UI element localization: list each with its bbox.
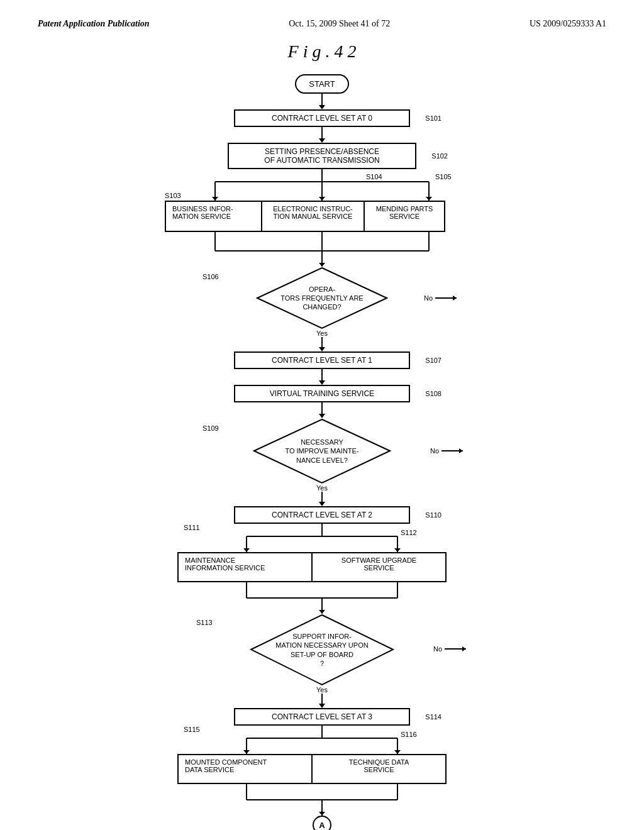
arrow-4: [319, 402, 325, 418]
s111-step: S111: [184, 524, 200, 531]
start-shape: START: [295, 74, 348, 94]
svg-marker-41: [243, 750, 250, 754]
s102-label: SETTING PRESENCE/ABSENCEOF AUTOMATIC TRA…: [264, 147, 379, 165]
connector-a: A: [313, 816, 331, 830]
s101-row: CONTRACT LEVEL SET AT 0 S101: [121, 109, 523, 127]
s109-label: NECESSARYTO IMPROVE MAINTE-NANCE LEVEL?: [285, 438, 358, 465]
s105-label: MENDING PARTSSERVICE: [376, 205, 433, 220]
no-label-2: No: [430, 447, 439, 455]
s107-box: CONTRACT LEVEL SET AT 1: [234, 351, 410, 369]
s109-step: S109: [203, 424, 219, 432]
s101-container: CONTRACT LEVEL SET AT 0 S101: [234, 109, 410, 127]
s108-container: VIRTUAL TRAINING SERVICE S108: [234, 385, 410, 402]
s115-label: MOUNTED COMPONENTDATA SERVICE: [185, 758, 267, 773]
s112-label: SOFTWARE UPGRADESERVICE: [341, 556, 416, 572]
header-left: Patent Application Publication: [38, 19, 150, 29]
s115-box: MOUNTED COMPONENTDATA SERVICE: [177, 754, 313, 784]
s108-step: S108: [425, 390, 441, 397]
s115-step: S115: [184, 726, 200, 733]
svg-marker-26: [243, 548, 250, 552]
s107-step: S107: [425, 357, 441, 364]
s102-container: SETTING PRESENCE/ABSENCEOF AUTOMATIC TRA…: [228, 143, 416, 169]
arrow-3: [319, 369, 325, 385]
s101-box: CONTRACT LEVEL SET AT 0: [234, 109, 410, 127]
s103-label: BUSINESS INFOR-MATION SERVICE: [172, 205, 233, 220]
svg-text:S116: S116: [401, 731, 417, 738]
s106-no: No: [424, 294, 460, 302]
header-center: Oct. 15, 2009 Sheet 41 of 72: [289, 19, 390, 29]
svg-marker-36: [462, 646, 466, 651]
s113-label: SUPPORT INFOR-MATION NECESSARY UPONSET-U…: [275, 632, 368, 668]
page-header: Patent Application Publication Oct. 15, …: [38, 19, 606, 29]
s107-container: CONTRACT LEVEL SET AT 1 S107: [234, 351, 410, 369]
connector-a-label: A: [319, 821, 325, 830]
yes-arrow-2: Yes: [316, 484, 328, 506]
s114-box: CONTRACT LEVEL SET AT 3: [234, 708, 410, 726]
arrow-1: [319, 94, 325, 109]
s102-step: S102: [431, 152, 448, 160]
svg-marker-48: [319, 812, 325, 816]
s110-label: CONTRACT LEVEL SET AT 2: [272, 511, 372, 519]
s111-label: MAINTENANCEINFORMATION SERVICE: [185, 556, 265, 572]
three-boxes-row: S103 BUSINESS INFOR-MATION SERVICE ELECT…: [165, 201, 479, 232]
s103-step: S103: [165, 192, 181, 199]
merge-connector-3: [177, 784, 467, 816]
s108-box: VIRTUAL TRAINING SERVICE: [234, 385, 410, 402]
s104-label: ELECTRONIC INSTRUC-TION MANUAL SERVICE: [273, 205, 353, 220]
yes-label-2: Yes: [316, 484, 328, 492]
s113-row: S113 SUPPORT INFOR-MATION NECESSARY UPON…: [165, 614, 479, 686]
svg-text:S104: S104: [366, 173, 382, 180]
s112-box: SOFTWARE UPGRADESERVICE: [311, 552, 447, 582]
s102-row: SETTING PRESENCE/ABSENCEOF AUTOMATIC TRA…: [121, 143, 523, 169]
yes-label-3: Yes: [316, 686, 328, 694]
s109-row: S109 NECESSARYTO IMPROVE MAINTE-NANCE LE…: [165, 418, 479, 484]
s116-box: TECHNIQUE DATASERVICE: [311, 754, 447, 784]
s103-box: BUSINESS INFOR-MATION SERVICE: [165, 201, 262, 232]
svg-marker-27: [394, 548, 401, 552]
svg-marker-42: [394, 750, 401, 754]
page: Patent Application Publication Oct. 15, …: [0, 0, 644, 830]
s110-box: CONTRACT LEVEL SET AT 2: [234, 506, 410, 524]
s113-diamond: SUPPORT INFOR-MATION NECESSARY UPONSET-U…: [250, 614, 394, 686]
svg-marker-21: [459, 448, 463, 453]
s106-diamond: OPERA-TORS FREQUENTLY ARECHANGED?: [256, 267, 388, 329]
s109-diamond: NECESSARYTO IMPROVE MAINTE-NANCE LEVEL?: [253, 418, 391, 484]
s105-box: MENDING PARTSSERVICE: [364, 201, 445, 232]
svg-marker-18: [453, 296, 457, 301]
yes-label-1: Yes: [316, 329, 328, 337]
s106-step: S106: [203, 273, 219, 280]
svg-text:S112: S112: [401, 529, 417, 536]
flowchart: START CONTRACT LEVEL SET AT 0 S101: [121, 74, 523, 830]
s104-box: ELECTRONIC INSTRUC-TION MANUAL SERVICE: [261, 201, 365, 232]
branch-connector-1: S104 S105: [165, 169, 479, 201]
arrow-2: [319, 127, 325, 143]
s113-step: S113: [196, 619, 213, 626]
header-right: US 2009/0259333 A1: [530, 19, 606, 29]
start-node: START: [295, 74, 348, 94]
s114-label: CONTRACT LEVEL SET AT 3: [272, 712, 372, 721]
s106-label: OPERA-TORS FREQUENTLY ARECHANGED?: [280, 285, 363, 312]
two-boxes-row-1: MAINTENANCEINFORMATION SERVICE SOFTWARE …: [177, 552, 467, 582]
yes-arrow-1: Yes: [316, 329, 328, 351]
start-label: START: [309, 79, 335, 89]
svg-marker-6: [319, 197, 325, 201]
no-label-1: No: [424, 294, 433, 302]
merge-connector-2: [177, 582, 467, 614]
s108-label: VIRTUAL TRAINING SERVICE: [270, 389, 374, 398]
s114-container: CONTRACT LEVEL SET AT 3 S114: [234, 708, 410, 726]
s113-no: No: [433, 645, 470, 653]
svg-text:S105: S105: [435, 173, 452, 180]
s109-no: No: [430, 447, 467, 455]
two-boxes-row-2: MOUNTED COMPONENTDATA SERVICE TECHNIQUE …: [177, 754, 467, 784]
yes-arrow-3: Yes: [316, 686, 328, 708]
s111-box: MAINTENANCEINFORMATION SERVICE: [177, 552, 313, 582]
s102-box: SETTING PRESENCE/ABSENCEOF AUTOMATIC TRA…: [228, 143, 416, 169]
no-label-3: No: [433, 645, 442, 653]
s101-label: CONTRACT LEVEL SET AT 0: [272, 114, 372, 123]
s101-step: S101: [425, 114, 441, 122]
merge-connector-1: [165, 232, 479, 267]
s114-step: S114: [425, 713, 441, 721]
s110-step: S110: [425, 511, 441, 519]
figure-title: F i g . 4 2: [38, 42, 606, 62]
s106-row: S106 OPERA-TORS FREQUENTLY ARECHANGED? N…: [165, 267, 479, 329]
